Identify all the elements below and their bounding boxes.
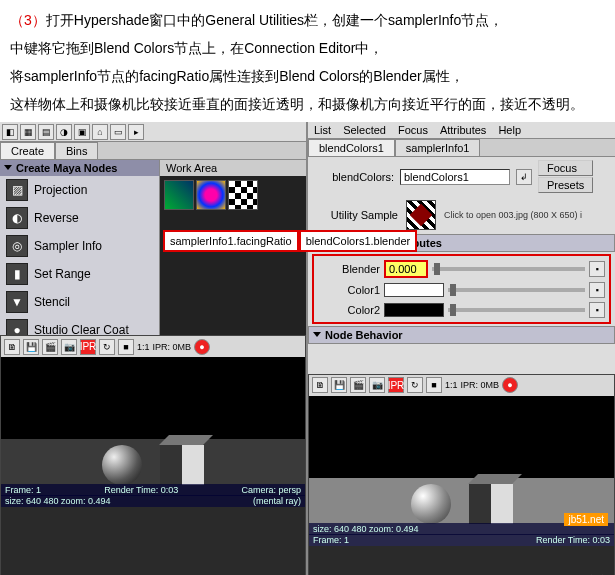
- stop-icon[interactable]: ■: [118, 339, 134, 355]
- reverse-icon: ◐: [6, 207, 28, 229]
- node-name-input[interactable]: [400, 169, 510, 185]
- annot-blender: blendColors1.blender: [299, 230, 418, 252]
- menu-attributes[interactable]: Attributes: [440, 124, 486, 136]
- node-sampler-info[interactable]: ◎Sampler Info: [0, 232, 159, 260]
- tool-icon[interactable]: ▭: [110, 124, 126, 140]
- utility-sample-swatch[interactable]: [406, 200, 436, 230]
- map-icon[interactable]: ▪: [589, 302, 605, 318]
- scene-objects: [411, 484, 513, 524]
- tool-icon[interactable]: ◧: [2, 124, 18, 140]
- render-status: size: 640 480 zoom: 0.494 (mental ray): [1, 495, 305, 507]
- step-number: （3）: [10, 12, 46, 28]
- work-area-wrap: Work Area samplerInfo1.facingRatio blend…: [160, 160, 306, 335]
- map-icon[interactable]: ▪: [589, 261, 605, 277]
- blender-value[interactable]: 0.000: [384, 260, 428, 278]
- menu-focus[interactable]: Focus: [398, 124, 428, 136]
- attribute-editor-panel: List Selected Focus Attributes Help blen…: [308, 122, 615, 575]
- ipr-size: IPR: 0MB: [153, 342, 192, 352]
- ae-tabs: blendColors1 samplerInfo1: [308, 139, 615, 157]
- ratio-label: 1:1: [445, 380, 458, 390]
- scene-objects: [102, 445, 204, 485]
- swatch[interactable]: [196, 180, 226, 210]
- node-reverse[interactable]: ◐Reverse: [0, 204, 159, 232]
- camera-icon[interactable]: 📷: [61, 339, 77, 355]
- tab-bins[interactable]: Bins: [55, 142, 98, 159]
- node-set-range[interactable]: ▮Set Range: [0, 260, 159, 288]
- color1-slider[interactable]: [448, 288, 585, 292]
- stop-icon[interactable]: ■: [426, 377, 442, 393]
- tool-icon[interactable]: ▦: [20, 124, 36, 140]
- annotation-row: samplerInfo1.facingRatio blendColors1.bl…: [163, 230, 417, 252]
- section-node-behavior[interactable]: Node Behavior: [308, 326, 615, 344]
- ipr-dot[interactable]: ●: [502, 377, 518, 393]
- sphere-shape: [102, 445, 142, 485]
- blender-label: Blender: [318, 263, 380, 275]
- hypershade-panel: ◧ ▦ ▤ ◑ ▣ ⌂ ▭ ▸ Create Bins Create Maya …: [0, 122, 308, 575]
- node-projection[interactable]: ▨Projection: [0, 176, 159, 204]
- ipr-button[interactable]: IPR: [388, 377, 404, 393]
- work-area[interactable]: samplerInfo1.facingRatio blendColors1.bl…: [160, 176, 306, 335]
- color1-label: Color1: [318, 284, 380, 296]
- node-stencil[interactable]: ▼Stencil: [0, 288, 159, 316]
- hypershade-body: Create Maya Nodes ▨Projection ◐Reverse ◎…: [0, 160, 306, 335]
- render-view-left: 🗎 💾 🎬 📷 IPR ↻ ■ 1:1 IPR: 0MB ● size: 640…: [0, 335, 306, 575]
- ratio-label: 1:1: [137, 342, 150, 352]
- tool-icon[interactable]: ▣: [74, 124, 90, 140]
- ae-body: blendColors: ↲ Focus Presets Utility Sam…: [308, 157, 615, 374]
- tool-icon[interactable]: ⌂: [92, 124, 108, 140]
- goto-icon[interactable]: ↲: [516, 169, 532, 185]
- save-icon[interactable]: 💾: [23, 339, 39, 355]
- ipr-dot[interactable]: ●: [194, 339, 210, 355]
- file-icon[interactable]: 🗎: [312, 377, 328, 393]
- file-icon[interactable]: 🗎: [4, 339, 20, 355]
- clapper-icon[interactable]: 🎬: [350, 377, 366, 393]
- work-area-title: Work Area: [160, 160, 306, 176]
- create-nodes-header[interactable]: Create Maya Nodes: [0, 160, 159, 176]
- ipr-size: IPR: 0MB: [461, 380, 500, 390]
- hypershade-tabs: Create Bins: [0, 142, 306, 160]
- tool-icon[interactable]: ◑: [56, 124, 72, 140]
- color2-row: Color2 ▪: [316, 300, 607, 320]
- cube-shape: [160, 445, 204, 485]
- camera-icon[interactable]: 📷: [369, 377, 385, 393]
- tool-icon[interactable]: ▤: [38, 124, 54, 140]
- map-icon[interactable]: ▪: [589, 282, 605, 298]
- tab-samplerinfo[interactable]: samplerInfo1: [395, 139, 481, 156]
- menu-list[interactable]: List: [314, 124, 331, 136]
- render-view-right: 🗎 💾 🎬 📷 IPR ↻ ■ 1:1 IPR: 0MB ● size: 640…: [308, 374, 615, 576]
- save-icon[interactable]: 💾: [331, 377, 347, 393]
- swatch[interactable]: [228, 180, 258, 210]
- presets-button[interactable]: Presets: [538, 177, 593, 193]
- render-canvas[interactable]: size: 640 480 zoom: 0.494 (mental ray) F…: [1, 357, 305, 507]
- instruction-text: （3）打开Hypershade窗口中的General Utilities栏，创建…: [0, 0, 615, 122]
- swatch[interactable]: [164, 180, 194, 210]
- create-nodes-list: Create Maya Nodes ▨Projection ◐Reverse ◎…: [0, 160, 160, 335]
- render-status2: Frame: 1 Render Time: 0:03: [309, 534, 614, 546]
- tab-create[interactable]: Create: [0, 142, 55, 159]
- render-toolbar: 🗎 💾 🎬 📷 IPR ↻ ■ 1:1 IPR: 0MB ●: [1, 336, 305, 357]
- render-canvas[interactable]: size: 640 480 zoom: 0.494 Frame: 1 Rende…: [309, 396, 614, 546]
- menu-help[interactable]: Help: [498, 124, 521, 136]
- color1-swatch[interactable]: [384, 283, 444, 297]
- refresh-icon[interactable]: ↻: [407, 377, 423, 393]
- blender-slider[interactable]: [432, 267, 585, 271]
- ipr-button[interactable]: IPR: [80, 339, 96, 355]
- sphere-shape: [411, 484, 451, 524]
- name-label: blendColors:: [314, 171, 394, 183]
- color2-swatch[interactable]: [384, 303, 444, 317]
- render-status2: Frame: 1 Render Time: 0:03 Camera: persp: [1, 484, 305, 496]
- watermark-url: jb51.net: [564, 513, 608, 526]
- tool-icon[interactable]: ▸: [128, 124, 144, 140]
- tab-blendcolors[interactable]: blendColors1: [308, 139, 395, 156]
- color1-row: Color1 ▪: [316, 280, 607, 300]
- menu-selected[interactable]: Selected: [343, 124, 386, 136]
- setrange-icon: ▮: [6, 263, 28, 285]
- color2-label: Color2: [318, 304, 380, 316]
- utility-sample-label: Utility Sample: [318, 209, 398, 221]
- clapper-icon[interactable]: 🎬: [42, 339, 58, 355]
- color2-slider[interactable]: [448, 308, 585, 312]
- projection-icon: ▨: [6, 179, 28, 201]
- refresh-icon[interactable]: ↻: [99, 339, 115, 355]
- focus-button[interactable]: Focus: [538, 160, 593, 176]
- ae-menubar: List Selected Focus Attributes Help: [308, 122, 615, 139]
